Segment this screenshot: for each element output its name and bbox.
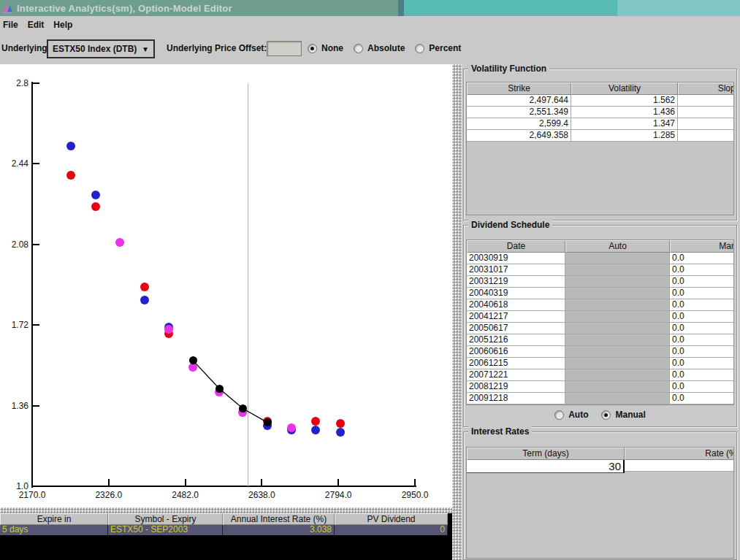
cell[interactable]: 3.038 [223, 525, 335, 535]
cell[interactable] [565, 393, 670, 404]
table-row[interactable]: 30 [467, 460, 733, 473]
cell[interactable]: 0.0 [670, 358, 734, 369]
column-header-slope[interactable]: Slope [678, 83, 734, 95]
cell[interactable] [565, 264, 670, 276]
offset-radio-percent[interactable] [415, 44, 424, 53]
title-bar[interactable]: Interactive Analytics(sm), Option-Model … [0, 0, 740, 16]
table-row[interactable]: 200912180.0 [467, 393, 733, 404]
table-row[interactable]: 2,599.41.347 [467, 118, 733, 130]
table-row[interactable]: 200612150.0 [467, 358, 733, 369]
underlying-dropdown[interactable]: ESTX50 Index (DTB) ▼ [47, 39, 155, 58]
column-header-manual[interactable]: Manual [670, 240, 734, 253]
cell[interactable]: 0.0 [670, 276, 734, 288]
table-row[interactable]: 200812190.0 [467, 381, 733, 393]
table-row[interactable]: 2,497.6441.562 [467, 95, 733, 107]
table-row[interactable]: 200309190.0 [467, 253, 733, 264]
menu-help[interactable]: Help [50, 20, 79, 30]
column-header-volatility[interactable]: Volatility [571, 83, 678, 95]
table-row[interactable]: 5 daysESTX50 - SEP20033.0380 [0, 525, 448, 535]
table-row[interactable]: 200406180.0 [467, 299, 733, 311]
column-header-expire-in[interactable]: Expire in [0, 513, 108, 525]
table-row[interactable]: 200512160.0 [467, 334, 733, 346]
column-header-pv-dividend[interactable]: PV Dividend [335, 513, 448, 525]
cell[interactable] [565, 299, 670, 311]
cell[interactable] [565, 253, 670, 264]
cell[interactable]: 20051216 [467, 334, 565, 346]
cell[interactable]: 20091218 [467, 393, 565, 404]
cell[interactable]: 1.285 [571, 130, 678, 142]
cell[interactable] [678, 130, 734, 142]
column-header-annual-interest-rate-[interactable]: Annual Interest Rate (%) [223, 513, 335, 525]
point-model[interactable] [215, 385, 224, 393]
cell[interactable]: 0.0 [670, 381, 734, 393]
cell[interactable] [625, 460, 734, 472]
column-header-symbol-expiry[interactable]: Symbol - Expiry [108, 513, 223, 525]
cell[interactable]: 20071221 [467, 369, 565, 381]
menu-edit[interactable]: Edit [25, 20, 51, 30]
cell[interactable] [565, 369, 670, 381]
cell[interactable]: 1.562 [571, 95, 678, 107]
cell[interactable]: 0.0 [670, 346, 734, 358]
cell[interactable]: 1.347 [571, 118, 678, 130]
point-model[interactable] [264, 418, 272, 426]
offset-option-percent[interactable]: Percent [415, 43, 461, 53]
cell[interactable]: 20060616 [467, 346, 565, 358]
cell[interactable]: 1.436 [571, 107, 678, 118]
cell[interactable]: ESTX50 - SEP2003 [108, 525, 223, 535]
table-row[interactable]: 200712210.0 [467, 369, 733, 381]
cell[interactable]: 20040319 [467, 288, 565, 299]
cell[interactable]: 0.0 [670, 264, 734, 276]
point-model[interactable] [189, 356, 197, 364]
cell[interactable] [565, 381, 670, 393]
horizontal-splitter[interactable] [0, 507, 452, 513]
cell[interactable]: 20061215 [467, 358, 565, 369]
cell[interactable] [565, 323, 670, 334]
cell[interactable] [565, 334, 670, 346]
cell[interactable] [565, 276, 670, 288]
cell[interactable] [565, 358, 670, 369]
table-row[interactable]: 200506170.0 [467, 323, 733, 334]
table-row[interactable]: 2,551.3491.436 [467, 107, 733, 118]
cell[interactable]: 0.0 [670, 288, 734, 299]
dividend-radio-manual[interactable] [601, 410, 611, 420]
cell[interactable]: 20041217 [467, 311, 565, 323]
cell[interactable]: 20031017 [467, 264, 565, 276]
table-row[interactable]: 2,649.3581.285 [467, 130, 733, 142]
cell[interactable]: 20030919 [467, 253, 565, 264]
menu-file[interactable]: File [0, 20, 25, 30]
cell[interactable] [678, 95, 734, 107]
offset-radio-none[interactable] [308, 44, 317, 53]
cell[interactable]: 30 [467, 460, 625, 473]
column-header-term-days-[interactable]: Term (days) [467, 448, 625, 460]
table-row[interactable]: 200412170.0 [467, 311, 733, 323]
cell[interactable]: 20050617 [467, 323, 565, 334]
cell[interactable]: 5 days [0, 525, 108, 535]
cell[interactable]: 0.0 [670, 311, 734, 323]
table-row[interactable]: 200312190.0 [467, 276, 733, 288]
offset-radio-absolute[interactable] [354, 44, 363, 53]
cell[interactable]: 2,497.644 [467, 95, 571, 107]
column-header-rate-[interactable]: Rate (%) [625, 448, 734, 460]
cell[interactable]: 0 [335, 525, 448, 535]
table-row[interactable]: 200403190.0 [467, 288, 733, 299]
dividend-option-auto[interactable]: Auto [554, 410, 588, 420]
cell[interactable]: 0.0 [670, 253, 734, 264]
cell[interactable]: 0.0 [670, 323, 734, 334]
dividend-radio-auto[interactable] [554, 410, 564, 420]
table-row[interactable]: 200310170.0 [467, 264, 733, 276]
cell[interactable]: 0.0 [670, 299, 734, 311]
dividend-option-manual[interactable]: Manual [601, 410, 645, 420]
cell[interactable]: 20040618 [467, 299, 565, 311]
cell[interactable]: 2,551.349 [467, 107, 571, 118]
cell[interactable]: 0.0 [670, 334, 734, 346]
cell[interactable]: 0.0 [670, 369, 734, 381]
table-row[interactable]: 200606160.0 [467, 346, 733, 358]
cell[interactable]: 0.0 [670, 393, 734, 404]
cell[interactable] [678, 118, 734, 130]
offset-option-none[interactable]: None [308, 43, 343, 53]
cell[interactable]: 20031219 [467, 276, 565, 288]
column-header-strike[interactable]: Strike [467, 83, 571, 95]
point-model[interactable] [239, 404, 247, 413]
cell[interactable] [565, 288, 670, 299]
offset-option-absolute[interactable]: Absolute [354, 43, 405, 53]
